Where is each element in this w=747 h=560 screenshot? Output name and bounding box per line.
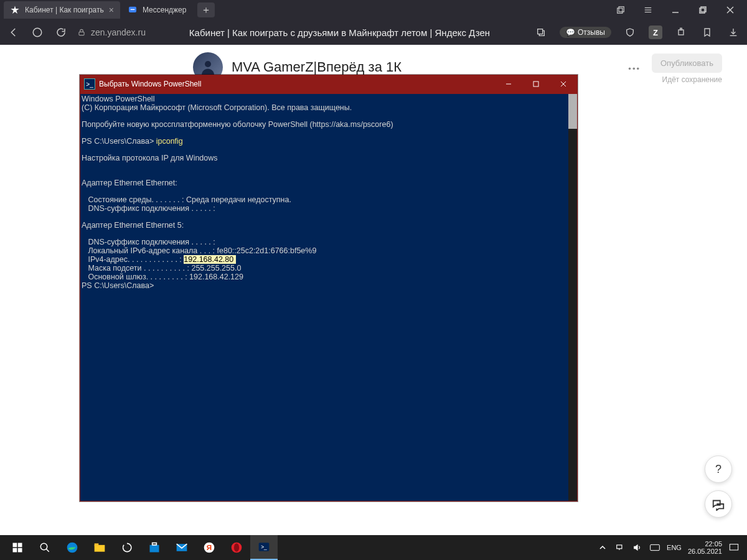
duplicate-tab-icon[interactable] — [613, 2, 629, 18]
taskbar-spiral-icon[interactable] — [113, 535, 141, 560]
svg-point-20 — [205, 61, 211, 67]
svg-rect-16 — [679, 30, 684, 35]
bookmark-icon[interactable] — [700, 25, 715, 40]
ps-scrollbar[interactable] — [568, 94, 577, 501]
chat-icon — [128, 5, 138, 15]
url-text: zen.yandex.ru — [91, 27, 146, 37]
tray-volume-icon[interactable] — [632, 542, 643, 553]
svg-line-30 — [46, 549, 49, 552]
svg-rect-17 — [680, 28, 682, 30]
browser-tab-1[interactable]: Мессенджер — [121, 1, 192, 19]
taskbar-yandex-icon[interactable]: Я — [195, 535, 223, 560]
url-field[interactable]: zen.yandex.ru — [77, 27, 146, 37]
page-content: MVA GamerZ|Вперёд за 1К ••• Опубликовать… — [0, 45, 747, 535]
ps-command: ipconfig — [156, 137, 183, 146]
powershell-title: Выбрать Windows PowerShell — [99, 80, 201, 88]
start-button[interactable] — [4, 535, 31, 560]
browser-tab-0[interactable]: Кабинет | Как поиграть × — [4, 1, 120, 19]
tray-language[interactable]: ENG — [667, 544, 682, 551]
browser-menu-icon[interactable] — [640, 2, 656, 18]
downloads-icon[interactable] — [726, 25, 741, 40]
svg-rect-25 — [13, 543, 17, 548]
svg-point-13 — [33, 28, 42, 37]
search-icon[interactable] — [31, 535, 59, 560]
taskbar-edge-icon[interactable] — [59, 535, 86, 560]
svg-text:>_: >_ — [261, 544, 267, 550]
svg-rect-26 — [18, 543, 22, 548]
window-minimize-icon[interactable] — [667, 2, 684, 18]
channel-title: MVA GamerZ|Вперёд за 1К — [232, 59, 402, 75]
taskbar-opera-icon[interactable] — [223, 535, 250, 560]
taskbar-powershell-icon[interactable]: >_ — [250, 535, 278, 560]
feedback-fab[interactable] — [705, 490, 732, 518]
svg-point-29 — [40, 543, 47, 550]
page-title: Кабинет | Как поиграть с друзьями в Майн… — [189, 27, 490, 38]
ps-line: Основной шлюз. . . . . . . . . : 192.168… — [82, 273, 243, 281]
svg-rect-3 — [619, 7, 624, 12]
tray-clock[interactable]: 22:05 26.05.2021 — [688, 540, 722, 555]
ps-minimize-icon[interactable] — [495, 75, 522, 93]
tray-notifications-icon[interactable] — [728, 542, 740, 553]
taskbar: Я >_ ENG 22:05 26.05.2021 — [0, 535, 747, 560]
tab-strip: Кабинет | Как поиграть × Мессенджер ＋ — [0, 0, 747, 20]
tray-chevron-up-icon[interactable] — [597, 542, 608, 553]
ps-prompt: PS C:\Users\Слава> — [82, 281, 154, 290]
tray-network-icon[interactable] — [614, 542, 626, 553]
ps-line: Локальный IPv6-адрес канала . . . : fe80… — [82, 246, 316, 255]
ps-line: Windows PowerShell — [82, 95, 154, 103]
share-icon[interactable] — [533, 25, 548, 40]
shield-icon[interactable] — [622, 25, 637, 40]
reviews-label: Отзывы — [578, 28, 605, 37]
zen-star-icon — [10, 5, 20, 15]
tab-label: Кабинет | Как поиграть — [25, 6, 104, 14]
taskbar-explorer-icon[interactable] — [86, 535, 113, 560]
ps-line: Маска подсети . . . . . . . . . . : 255.… — [82, 264, 241, 273]
reload-button[interactable] — [54, 25, 68, 40]
window-maximize-icon[interactable] — [695, 2, 711, 18]
help-fab[interactable]: ? — [705, 455, 732, 483]
back-button[interactable] — [6, 25, 21, 40]
svg-rect-2 — [131, 9, 135, 10]
svg-rect-22 — [533, 82, 538, 86]
ps-line: Адаптер Ethernet Ethernet 5: — [82, 221, 184, 230]
ps-scroll-thumb[interactable] — [568, 94, 577, 129]
powershell-window: >_ Выбрать Windows PowerShell Windows Po… — [80, 75, 578, 502]
close-tab-icon[interactable]: × — [109, 5, 114, 15]
yandex-home-icon[interactable] — [30, 25, 45, 40]
taskbar-mail-icon[interactable] — [168, 535, 195, 560]
powershell-icon: >_ — [84, 78, 95, 90]
ps-close-icon[interactable] — [550, 75, 577, 93]
svg-rect-14 — [79, 32, 84, 35]
ps-maximize-icon[interactable] — [522, 75, 550, 93]
ps-line: Состояние среды. . . . . . . : Среда пер… — [82, 195, 291, 204]
lock-icon — [77, 28, 86, 37]
powershell-body[interactable]: Windows PowerShell (C) Корпорация Майкро… — [80, 93, 577, 501]
tray-keyboard-icon[interactable] — [649, 542, 660, 553]
ps-ipv4-label: IPv4-адрес. . . . . . . . . . . . : — [82, 255, 184, 264]
new-tab-button[interactable]: ＋ — [197, 2, 215, 17]
svg-rect-44 — [617, 545, 622, 549]
svg-rect-33 — [95, 543, 99, 546]
window-close-icon[interactable] — [722, 2, 738, 18]
publish-button[interactable]: Опубликовать — [652, 54, 722, 73]
zen-chip-icon[interactable]: Z — [649, 26, 662, 39]
powershell-titlebar[interactable]: >_ Выбрать Windows PowerShell — [80, 75, 577, 93]
reviews-button[interactable]: 💬 Отзывы — [560, 27, 611, 38]
svg-rect-28 — [18, 548, 22, 553]
saving-status: Идёт сохранение — [652, 75, 722, 84]
svg-rect-27 — [13, 548, 17, 553]
svg-marker-0 — [11, 6, 19, 14]
ps-line: Попробуйте новую кроссплатформенную обол… — [82, 120, 393, 129]
tab-label: Мессенджер — [143, 6, 186, 14]
ps-line: DNS-суффикс подключения . . . . . : — [82, 204, 215, 213]
taskbar-store-icon[interactable] — [141, 535, 168, 560]
svg-marker-46 — [634, 545, 637, 550]
extensions-icon[interactable] — [674, 25, 688, 40]
speech-bubble-icon: 💬 — [566, 28, 575, 37]
ps-line: DNS-суффикс подключения . . . . . : — [82, 238, 215, 246]
svg-rect-47 — [651, 544, 660, 550]
more-options-icon[interactable]: ••• — [628, 64, 641, 73]
ps-ipv4-value: 192.168.42.80 — [184, 255, 235, 264]
svg-text:Я: Я — [207, 543, 212, 551]
svg-point-41 — [234, 543, 239, 551]
